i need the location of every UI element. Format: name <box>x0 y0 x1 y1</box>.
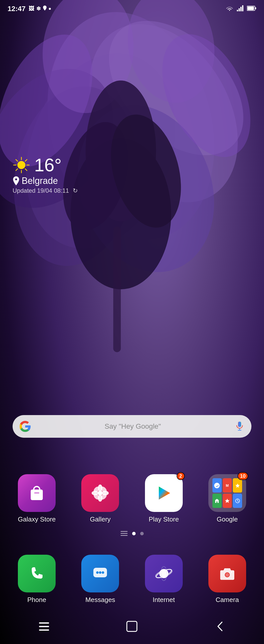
google-folder-label: Google <box>217 515 238 523</box>
nav-home-button[interactable] <box>122 616 142 636</box>
search-bar[interactable]: Say "Hey Google" <box>13 415 251 438</box>
svg-rect-16 <box>237 10 238 11</box>
play-store-icon-wrapper: 2 <box>145 474 183 512</box>
signal-icon <box>237 5 243 12</box>
nav-recent-button[interactable] <box>34 616 54 636</box>
app-gallery[interactable]: Gallery <box>71 474 129 523</box>
search-placeholder: Say "Hey Google" <box>35 422 231 430</box>
internet-icon <box>145 555 183 592</box>
dock-camera[interactable]: Camera <box>198 555 256 604</box>
weather-sun-icon <box>13 156 30 174</box>
galaxy-store-icon-wrapper <box>18 474 56 512</box>
gallery-icon <box>81 474 119 512</box>
svg-line-30 <box>25 159 27 161</box>
camera-icon <box>208 555 246 592</box>
status-time: 12:47 <box>8 5 26 13</box>
svg-point-56 <box>99 571 101 574</box>
svg-rect-35 <box>238 422 239 427</box>
dock: Phone Messages Internet <box>0 555 264 604</box>
svg-rect-36 <box>240 422 241 427</box>
location-icon <box>43 6 47 12</box>
play-store-icon <box>145 474 183 512</box>
svg-marker-48 <box>159 487 170 500</box>
wifi-icon <box>226 5 233 12</box>
svg-rect-19 <box>242 5 243 11</box>
page-indicator-icon <box>121 531 128 536</box>
snowflake-icon: ❄ <box>36 6 41 12</box>
svg-rect-68 <box>39 629 49 631</box>
status-right <box>226 5 256 12</box>
refresh-icon: ↻ <box>73 187 78 194</box>
nav-back-button[interactable] <box>210 616 230 636</box>
internet-label: Internet <box>153 596 175 604</box>
svg-rect-22 <box>255 7 256 9</box>
messages-label: Messages <box>85 596 115 604</box>
svg-line-53 <box>238 501 239 502</box>
gallery-label: Gallery <box>90 515 110 523</box>
svg-rect-18 <box>240 7 242 11</box>
svg-marker-50 <box>225 499 230 503</box>
mic-icon <box>235 422 244 431</box>
wallpaper <box>0 0 264 644</box>
app-google-folder[interactable]: M 10 Google <box>198 474 256 523</box>
svg-point-57 <box>102 571 104 574</box>
gallery-icon-wrapper <box>81 474 119 512</box>
svg-line-29 <box>25 169 27 171</box>
status-icons-left: 🖼 ❄ <box>29 6 51 12</box>
phone-label: Phone <box>27 596 46 604</box>
messages-icon <box>81 555 119 592</box>
google-folder-badge: 10 <box>238 472 248 480</box>
svg-point-64 <box>225 573 229 577</box>
svg-rect-8 <box>113 226 121 352</box>
play-store-label: Play Store <box>149 515 179 523</box>
dock-phone[interactable]: Phone <box>8 555 66 604</box>
svg-rect-21 <box>247 7 254 10</box>
google-folder-icon-wrapper: M 10 <box>208 474 246 512</box>
battery-icon <box>247 6 256 12</box>
nav-bar <box>0 609 264 644</box>
app-grid: Galaxy Store Gallery <box>0 474 264 523</box>
weather-location: Belgrade <box>13 176 78 186</box>
app-play-store[interactable]: 2 Play Store <box>135 474 193 523</box>
svg-line-28 <box>16 159 18 161</box>
svg-rect-67 <box>39 626 49 627</box>
page-indicators <box>0 531 264 536</box>
svg-marker-49 <box>235 484 240 488</box>
app-galaxy-store[interactable]: Galaxy Store <box>8 474 66 523</box>
phone-icon <box>18 555 56 592</box>
svg-line-31 <box>16 169 18 171</box>
status-left: 12:47 🖼 ❄ <box>8 5 51 13</box>
svg-point-65 <box>231 572 232 573</box>
dock-internet[interactable]: Internet <box>135 555 193 604</box>
notification-dot <box>49 8 51 10</box>
galaxy-store-label: Galaxy Store <box>18 515 56 523</box>
page-dot-active <box>132 532 136 535</box>
svg-rect-17 <box>239 8 240 11</box>
weather-temperature: 16° <box>34 156 62 174</box>
dock-messages[interactable]: Messages <box>71 555 129 604</box>
photo-icon: 🖼 <box>29 6 34 12</box>
svg-rect-69 <box>127 621 137 631</box>
svg-point-23 <box>17 161 25 169</box>
camera-label: Camera <box>216 596 239 604</box>
weather-updated: Updated 19/04 08:11 ↻ <box>13 187 78 194</box>
page-dot-inactive <box>140 532 144 535</box>
play-store-badge: 2 <box>177 472 185 480</box>
status-bar: 12:47 🖼 ❄ <box>0 0 264 18</box>
svg-point-55 <box>96 571 99 574</box>
svg-rect-66 <box>39 622 49 624</box>
google-logo <box>20 421 31 432</box>
svg-rect-38 <box>34 493 39 493</box>
weather-widget: 16° Belgrade Updated 19/04 08:11 ↻ <box>13 156 78 194</box>
galaxy-store-icon <box>18 474 56 512</box>
svg-rect-37 <box>31 490 43 500</box>
